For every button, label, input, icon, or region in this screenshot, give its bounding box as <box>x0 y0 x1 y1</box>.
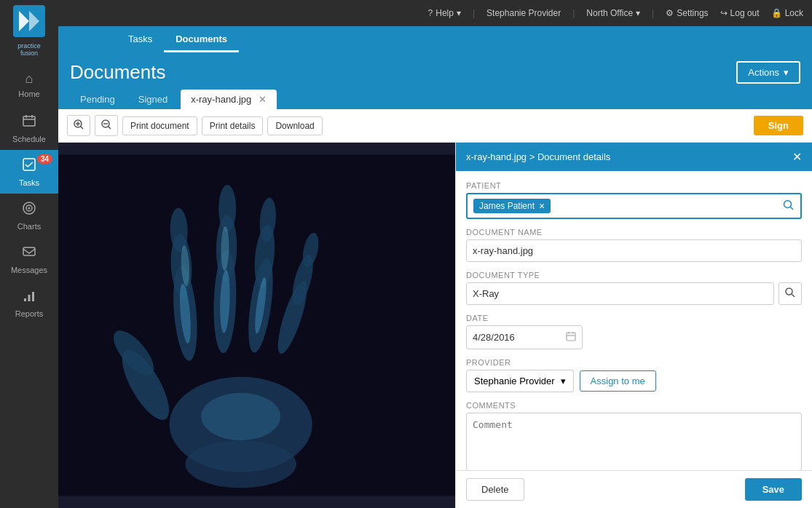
top-nav: ? Help ▾ | Stephanie Provider | North Of… <box>58 0 812 26</box>
logout-icon: ↪ <box>720 8 728 18</box>
calendar-icon[interactable] <box>566 331 576 344</box>
document-details-panel: x-ray-hand.jpg > Document details ✕ PATI… <box>455 143 812 508</box>
logout-label: Log out <box>730 8 760 18</box>
assign-to-me-button[interactable]: Assign to me <box>580 370 656 392</box>
settings-label: Settings <box>677 8 708 18</box>
document-name-input[interactable] <box>466 239 802 262</box>
document-type-search-button[interactable] <box>779 282 802 305</box>
charts-icon <box>22 201 36 219</box>
panel-close-button[interactable]: ✕ <box>792 150 802 164</box>
home-icon: ⌂ <box>25 71 33 87</box>
user-name: Stephanie Provider <box>486 8 561 18</box>
sidebar-item-reports[interactable]: Reports <box>0 281 58 325</box>
svg-line-20 <box>109 127 111 130</box>
nav-divider-2: | <box>572 8 575 18</box>
tab-close-icon[interactable]: ✕ <box>259 94 267 105</box>
tab-tasks[interactable]: Tasks <box>117 28 164 52</box>
app-logo[interactable] <box>11 3 47 39</box>
office-name: North Office <box>586 8 633 18</box>
document-name-label: DOCUMENT NAME <box>466 228 802 237</box>
patient-search-icon[interactable] <box>783 199 795 213</box>
print-document-button[interactable]: Print document <box>122 116 197 135</box>
actions-label: Actions <box>748 67 779 78</box>
save-button[interactable]: Save <box>745 478 802 501</box>
svg-rect-7 <box>23 159 35 170</box>
tab-pending[interactable]: Pending <box>70 90 125 109</box>
tab-documents[interactable]: Documents <box>164 28 239 52</box>
lock-label: Lock <box>785 8 803 18</box>
svg-point-47 <box>786 288 792 295</box>
lock-btn[interactable]: 🔒 Lock <box>771 8 803 18</box>
panel-header: x-ray-hand.jpg > Document details ✕ <box>456 143 812 171</box>
page-title: Documents <box>70 61 166 84</box>
document-type-row <box>466 282 802 305</box>
comments-label: COMMENTS <box>466 401 802 410</box>
delete-button[interactable]: Delete <box>466 478 524 501</box>
panel-body: PATIENT James Patient × DOCUMENT NAME <box>456 171 812 470</box>
svg-rect-14 <box>32 292 34 301</box>
svg-point-32 <box>218 185 236 232</box>
download-button[interactable]: Download <box>267 116 322 135</box>
sidebar-item-home[interactable]: ⌂ Home <box>0 63 58 106</box>
xray-image <box>58 143 455 508</box>
messages-icon <box>22 245 36 263</box>
patient-tag: James Patient × <box>473 199 551 213</box>
schedule-icon <box>22 114 36 132</box>
sidebar-item-tasks[interactable]: 34 Tasks <box>0 150 58 194</box>
tab-xray[interactable]: x-ray-hand.jpg ✕ <box>181 90 277 109</box>
date-field[interactable]: 4/28/2016 <box>466 325 583 349</box>
tab-signed[interactable]: Signed <box>128 90 178 109</box>
actions-chevron-icon: ▾ <box>784 67 789 78</box>
sidebar-item-messages[interactable]: Messages <box>0 237 58 281</box>
svg-rect-11 <box>23 247 35 255</box>
patient-remove-icon[interactable]: × <box>539 200 545 212</box>
tab-signed-label: Signed <box>138 94 167 105</box>
patient-name: James Patient <box>479 201 535 211</box>
svg-rect-3 <box>23 116 35 126</box>
zoom-in-button[interactable] <box>67 115 90 136</box>
toolbar: Print document Print details Download Si… <box>58 109 812 143</box>
tab-pending-label: Pending <box>80 94 115 105</box>
main-content: Documents Actions ▾ Pending Signed x-ray… <box>58 52 812 508</box>
patient-field[interactable]: James Patient × <box>466 193 802 219</box>
actions-button[interactable]: Actions ▾ <box>736 61 800 84</box>
panel-title: x-ray-hand.jpg > Document details <box>466 151 610 162</box>
tab-tasks-label: Tasks <box>128 33 152 44</box>
sidebar-item-messages-label: Messages <box>11 266 47 274</box>
svg-point-10 <box>28 207 31 209</box>
settings-link[interactable]: ⚙ Settings <box>666 8 708 18</box>
zoom-out-button[interactable] <box>95 115 118 136</box>
logout-btn[interactable]: ↪ Log out <box>720 8 760 18</box>
sidebar-item-charts[interactable]: Charts <box>0 194 58 237</box>
print-details-button[interactable]: Print details <box>202 116 264 135</box>
patient-label: PATIENT <box>466 181 802 190</box>
comments-textarea[interactable] <box>466 413 802 470</box>
provider-chevron-icon: ▾ <box>561 376 566 386</box>
sidebar-item-schedule[interactable]: Schedule <box>0 106 58 150</box>
provider-select[interactable]: Stephanie Provider ▾ <box>466 370 574 392</box>
tab-bar: Tasks Documents <box>58 26 812 52</box>
svg-point-24 <box>185 440 296 488</box>
provider-row: Stephanie Provider ▾ Assign to me <box>466 370 802 392</box>
reports-icon <box>22 288 36 306</box>
svg-line-48 <box>792 294 795 297</box>
svg-rect-12 <box>24 298 26 301</box>
svg-rect-49 <box>567 333 575 341</box>
svg-point-42 <box>201 393 280 440</box>
help-chevron-icon: ▾ <box>457 8 461 18</box>
help-menu[interactable]: ? Help ▾ <box>428 8 461 18</box>
provider-value: Stephanie Provider <box>474 376 555 386</box>
sign-button[interactable]: Sign <box>754 116 803 135</box>
tab-xray-label: x-ray-hand.jpg <box>191 94 251 105</box>
lock-icon: 🔒 <box>771 8 782 18</box>
help-icon: ? <box>428 8 433 18</box>
tab-documents-label: Documents <box>176 33 227 44</box>
svg-line-46 <box>790 207 793 210</box>
office-selector[interactable]: North Office ▾ <box>586 8 640 18</box>
document-type-input[interactable] <box>466 282 774 305</box>
sidebar-item-charts-label: Charts <box>17 222 41 231</box>
date-value: 4/28/2016 <box>473 332 515 343</box>
document-tabs: Pending Signed x-ray-hand.jpg ✕ <box>58 90 812 109</box>
documents-header: Documents Actions ▾ <box>58 52 812 90</box>
provider-label: PROVIDER <box>466 358 802 367</box>
